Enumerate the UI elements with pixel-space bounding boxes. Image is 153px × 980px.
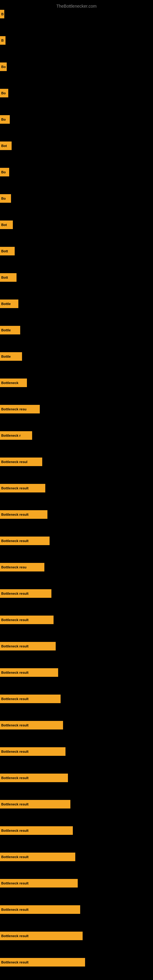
bar-row: Bott xyxy=(0,246,153,256)
bar: Bottleneck result xyxy=(0,589,51,598)
bar-label: Bottleneck result xyxy=(1,486,29,490)
bar-label: Bottle xyxy=(1,355,11,358)
bar-row: B xyxy=(0,35,153,45)
bar-row: Bott xyxy=(0,272,153,282)
bar-row: Bottle xyxy=(0,299,153,309)
bar: B xyxy=(0,10,4,18)
bar-row: Bo xyxy=(0,115,153,124)
bar-row: Bottle xyxy=(0,325,153,335)
bar: Bottleneck result xyxy=(0,536,49,545)
bar-label: Bottleneck result xyxy=(1,750,29,753)
bar-label: Bottleneck resul xyxy=(1,460,27,464)
bar: Bottle xyxy=(0,326,20,334)
bar-label: Bo xyxy=(1,118,6,121)
bar-label: Bottle xyxy=(1,302,11,305)
bar-label: Bott xyxy=(1,275,8,279)
bar-label: Bottleneck result xyxy=(1,881,29,885)
bar-label: Bottleneck result xyxy=(1,618,29,622)
bar: Bottleneck result xyxy=(0,616,54,624)
bar-label: Bo xyxy=(1,91,6,95)
bar-row: Bottleneck result xyxy=(0,589,153,598)
bar-label: Bottleneck resu xyxy=(1,565,27,569)
bar: Bo xyxy=(0,89,8,97)
bar-row: Bottleneck result xyxy=(0,615,153,625)
bar-row: Bottleneck result xyxy=(0,510,153,519)
bar: Bottleneck result xyxy=(0,668,58,677)
bar: Bottleneck result xyxy=(0,932,83,940)
bar: Bottleneck result xyxy=(0,642,56,651)
bar-label: Bottleneck result xyxy=(1,829,29,832)
bar-label: Bottleneck result xyxy=(1,960,29,964)
bar: B xyxy=(0,36,5,45)
bar: Bottleneck result xyxy=(0,958,85,967)
bar-row: B xyxy=(0,9,153,19)
bar-label: Bottleneck result xyxy=(1,513,29,516)
bar-row: Bot xyxy=(0,141,153,151)
bar: Bo xyxy=(0,115,10,124)
bar-row: Bottleneck result xyxy=(0,720,153,730)
bar: Bottleneck result xyxy=(0,721,63,730)
bar: Bottle xyxy=(0,299,18,308)
bar-label: Bottleneck result xyxy=(1,697,29,701)
bar: Bottleneck result xyxy=(0,879,78,888)
bars-container: BBBoBoBoBotBoBoBotBottBottBottleBottleBo… xyxy=(0,9,153,980)
bar-label: Bottleneck result xyxy=(1,539,29,542)
bar-label: Bott xyxy=(1,249,8,253)
bar: Bottleneck resul xyxy=(0,458,42,466)
bar-row: Bottleneck result xyxy=(0,878,153,888)
bar-label: Bottleneck resu xyxy=(1,407,27,411)
bar-row: Bottleneck result xyxy=(0,799,153,809)
bar-row: Bottleneck result xyxy=(0,826,153,835)
bar-label: Bottleneck result xyxy=(1,776,29,780)
bar-row: Bottleneck result xyxy=(0,641,153,651)
bar-label: Bo xyxy=(1,197,6,200)
bar: Bottleneck result xyxy=(0,905,80,914)
bar: Bo xyxy=(0,62,7,71)
bar-label: Bo xyxy=(1,170,6,174)
bar: Bott xyxy=(0,273,16,282)
bar-label: Bottleneck result xyxy=(1,855,29,859)
bar-row: Bottleneck r xyxy=(0,431,153,441)
bar-row: Bottleneck result xyxy=(0,931,153,941)
bar-label: Bottleneck result xyxy=(1,908,29,912)
bar-label: Bot xyxy=(1,223,7,227)
bar-label: Bottleneck result xyxy=(1,802,29,806)
bar: Bottle xyxy=(0,352,22,361)
bar-row: Bo xyxy=(0,167,153,177)
bar-row: Bo xyxy=(0,194,153,204)
bar-row: Bottleneck result xyxy=(0,852,153,862)
bar-row: Bottleneck result xyxy=(0,747,153,756)
bar-label: B xyxy=(1,12,4,16)
bar: Bottleneck result xyxy=(0,773,68,782)
bar-row: Bottleneck result xyxy=(0,957,153,967)
bar: Bottleneck result xyxy=(0,695,61,703)
bar-row: Bottleneck result xyxy=(0,905,153,915)
bar-label: Bottleneck result xyxy=(1,644,29,648)
bar: Bo xyxy=(0,168,9,177)
bar-row: Bottle xyxy=(0,352,153,361)
bar-row: Bottleneck result xyxy=(0,536,153,546)
bar: Bot xyxy=(0,142,12,150)
bar-label: Bot xyxy=(1,144,7,148)
bar-label: Bottle xyxy=(1,328,11,332)
bar-label: Bottleneck r xyxy=(1,434,21,438)
bar: Bottleneck result xyxy=(0,853,75,861)
bar: Bottleneck result xyxy=(0,747,65,756)
bar-row: Bottleneck resu xyxy=(0,562,153,572)
bar-row: Bo xyxy=(0,62,153,72)
bar-label: Bo xyxy=(1,65,6,68)
bar-row: Bottleneck result xyxy=(0,668,153,678)
bar-row: Bottleneck xyxy=(0,378,153,388)
bar: Bottleneck resu xyxy=(0,405,40,414)
bar-label: B xyxy=(1,38,4,42)
bar: Bottleneck result xyxy=(0,510,48,519)
bar-label: Bottleneck result xyxy=(1,934,29,938)
bar-row: Bottleneck resul xyxy=(0,457,153,467)
bar-row: Bottleneck result xyxy=(0,694,153,704)
bar-label: Bottleneck xyxy=(1,381,18,385)
bar-label: Bottleneck result xyxy=(1,592,29,595)
bar-label: Bottleneck result xyxy=(1,671,29,675)
bar-label: Bottleneck result xyxy=(1,723,29,727)
bar-row: Bot xyxy=(0,220,153,230)
bar: Bottleneck r xyxy=(0,431,32,440)
